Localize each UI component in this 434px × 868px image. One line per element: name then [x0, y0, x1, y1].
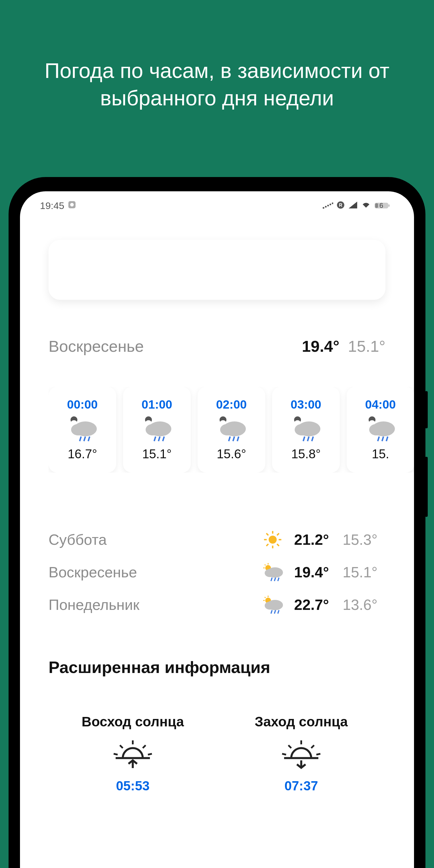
status-bar: 19:45 R	[20, 191, 414, 220]
sun-info-row: Восход солнца 05:53 Заход солнца 07:37	[49, 714, 385, 794]
svg-line-19	[154, 437, 156, 441]
svg-point-1	[70, 203, 74, 207]
promo-title: Погода по часам, в зависимости от выбран…	[0, 0, 434, 112]
day-hi: 21.2°	[294, 531, 343, 548]
phone-side-button	[425, 391, 428, 428]
selected-day-name: Воскресенье	[49, 337, 302, 355]
svg-line-36	[386, 437, 388, 441]
svg-point-2	[323, 207, 324, 209]
status-time: 19:45	[40, 200, 64, 211]
card-placeholder	[49, 240, 385, 300]
svg-line-16	[88, 437, 90, 441]
daily-forecast-list: Суббота 21.2° 15.3° Воскресенье 19.4° 15…	[49, 530, 385, 615]
selected-day-hi: 19.4°	[302, 337, 339, 355]
svg-line-52	[271, 578, 272, 581]
sunset-label: Заход солнца	[255, 714, 348, 730]
day-name: Воскресенье	[49, 564, 260, 581]
svg-line-45	[267, 544, 269, 546]
svg-line-44	[277, 533, 279, 535]
hour-temp: 15.1°	[142, 447, 172, 461]
svg-point-33	[369, 424, 383, 435]
svg-point-13	[71, 424, 85, 435]
day-lo: 15.3°	[343, 531, 385, 548]
sunset-time: 07:37	[284, 778, 318, 794]
phone-frame: 19:45 R	[8, 177, 426, 868]
svg-line-68	[114, 754, 118, 755]
svg-line-62	[274, 610, 276, 614]
sunrise-time: 05:53	[116, 778, 150, 794]
svg-line-49	[265, 564, 266, 565]
signal-bars-icon	[348, 200, 358, 211]
sunset-col: Заход солнца 07:37	[217, 714, 385, 794]
hour-time: 00:00	[67, 398, 98, 411]
phone-screen: 19:45 R	[20, 191, 414, 868]
day-hi: 22.7°	[294, 596, 343, 613]
hour-card[interactable]: 00:00 16.7°	[49, 387, 116, 472]
svg-line-69	[148, 754, 152, 755]
svg-point-60	[265, 601, 275, 610]
hour-time: 04:00	[365, 398, 396, 411]
svg-point-5	[330, 204, 331, 205]
svg-line-14	[80, 437, 81, 441]
svg-line-61	[271, 610, 272, 614]
svg-point-37	[269, 536, 277, 544]
hour-temp: 16.7°	[68, 447, 97, 461]
sunset-icon	[277, 738, 326, 770]
hour-time: 02:00	[216, 398, 247, 411]
hour-card[interactable]: 01:00 15.1°	[123, 387, 191, 472]
svg-line-21	[163, 437, 164, 441]
svg-text:R: R	[339, 202, 342, 207]
svg-point-51	[265, 569, 275, 577]
svg-line-24	[229, 437, 230, 441]
hour-temp: 15.6°	[217, 447, 246, 461]
svg-line-26	[237, 437, 239, 441]
svg-line-35	[382, 437, 383, 441]
day-row[interactable]: Понедельник 22.7° 13.6°	[49, 595, 385, 615]
svg-line-31	[312, 437, 313, 441]
day-name: Суббота	[49, 531, 260, 548]
svg-line-30	[308, 437, 309, 441]
day-row[interactable]: Суббота 21.2° 15.3°	[49, 530, 385, 550]
hour-card[interactable]: 03:00 15.8°	[272, 387, 340, 472]
svg-point-18	[146, 424, 160, 435]
hour-card[interactable]: 04:00 15.	[347, 387, 414, 472]
svg-line-20	[158, 437, 160, 441]
night-rain-cloud-icon	[65, 416, 100, 442]
svg-line-73	[288, 745, 291, 748]
sun-cloud-rain-icon	[260, 595, 285, 615]
hour-card[interactable]: 02:00 15.6°	[197, 387, 265, 472]
svg-line-67	[143, 745, 146, 748]
signal-dots-icon	[322, 200, 333, 211]
svg-line-74	[311, 745, 314, 748]
svg-line-43	[277, 544, 279, 546]
sunrise-col: Восход солнца 05:53	[49, 714, 217, 794]
sunrise-label: Восход солнца	[82, 714, 184, 730]
svg-rect-11	[375, 203, 378, 208]
hourly-forecast-row[interactable]: 00:00 16.7° 01:00 15.1° 02:00 15.6°	[49, 387, 414, 472]
hour-time: 01:00	[142, 398, 172, 411]
roaming-icon: R	[337, 200, 345, 211]
svg-line-53	[274, 578, 276, 581]
sun-cloud-rain-icon	[260, 562, 285, 582]
svg-line-58	[265, 597, 266, 598]
day-hi: 19.4°	[294, 564, 343, 581]
wifi-icon	[361, 200, 371, 211]
selected-day-lo: 15.1°	[348, 337, 385, 355]
svg-line-15	[84, 437, 85, 441]
svg-line-75	[282, 754, 286, 755]
battery-icon: 6	[374, 202, 394, 210]
day-lo: 15.1°	[343, 564, 385, 581]
svg-rect-10	[388, 205, 390, 207]
svg-point-4	[327, 205, 329, 207]
svg-line-34	[378, 437, 379, 441]
sunrise-icon	[108, 738, 157, 770]
night-rain-cloud-icon	[289, 416, 323, 442]
hour-temp: 15.8°	[291, 447, 321, 461]
phone-side-button	[425, 457, 428, 517]
status-app-icon	[68, 200, 76, 211]
svg-point-3	[325, 206, 327, 208]
svg-point-28	[294, 424, 309, 435]
selected-day-row[interactable]: Воскресенье 19.4° 15.1°	[49, 337, 385, 355]
extended-info-title: Расширенная информация	[49, 657, 385, 677]
day-row[interactable]: Воскресенье 19.4° 15.1°	[49, 562, 385, 582]
